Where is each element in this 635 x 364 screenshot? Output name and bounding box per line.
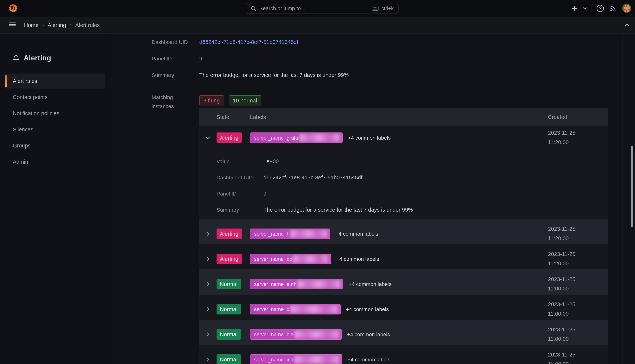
user-avatar[interactable]: [622, 4, 631, 13]
sidebar-item-groups[interactable]: Groups: [5, 138, 105, 153]
breadcrumb-item[interactable]: Home: [24, 22, 38, 28]
chevron-right-icon: [206, 257, 210, 261]
common-labels-text: +4 common labels: [348, 135, 391, 141]
add-new-caret-icon[interactable]: [580, 2, 589, 15]
chevron-right-icon: [206, 332, 210, 336]
detail-value: The error budget for a service for the l…: [264, 206, 413, 212]
redacted-label-value: [291, 230, 327, 238]
sidebar-item-notification-policies[interactable]: Notification policies: [5, 106, 105, 121]
label-pill-key: server_name: [254, 135, 284, 140]
row-expander-button[interactable]: [199, 357, 216, 362]
menu-toggle-icon[interactable]: [9, 22, 16, 28]
expanded-detail-row: SummaryThe error budget for a service fo…: [216, 202, 608, 218]
chevron-right-icon: [206, 307, 210, 312]
detail-field-row: SummaryThe error budget for a service fo…: [152, 67, 490, 83]
state-badge: Normal: [216, 279, 241, 289]
label-pill-value-prefix: auth: [287, 281, 297, 287]
common-labels-text: +4 common labels: [336, 256, 379, 262]
breadcrumb-item[interactable]: Alerting: [48, 22, 66, 28]
help-icon[interactable]: [594, 2, 606, 15]
redacted-label-value: [299, 134, 339, 142]
table-row[interactable]: Alerting server_name oc +4 common labels…: [199, 244, 608, 270]
detail-label: Value: [216, 158, 264, 164]
label-pill: server_name ind: [250, 354, 342, 364]
chevron-right-icon: [206, 357, 210, 362]
table-row[interactable]: Normal server_name hle +4 common labels …: [199, 320, 608, 345]
matching-instances-label: Matching instances: [152, 93, 183, 111]
expanded-detail-row: Dashboard UIDd66242cf-71e8-417c-8ef7-51b…: [216, 169, 608, 186]
table-row[interactable]: Normal server_name ind +4 common labels …: [199, 345, 608, 364]
topbar-divider: [591, 4, 592, 12]
redacted-label-value: [298, 280, 340, 288]
created-time: 11:00:00: [548, 334, 608, 344]
chevron-up-icon[interactable]: [622, 20, 632, 30]
vertical-scrollbar[interactable]: [631, 146, 633, 228]
detail-value: 1e+00: [264, 158, 279, 164]
add-new-button[interactable]: [568, 2, 580, 15]
grafana-logo-icon[interactable]: [8, 4, 18, 13]
label-pill: server_name auth: [250, 279, 344, 289]
sidebar-item-admin[interactable]: Admin: [5, 154, 105, 169]
chevron-right-icon: [206, 282, 210, 286]
breadcrumb-separator: ›: [42, 22, 44, 28]
label-pill-key: server_name: [254, 231, 284, 236]
table-row[interactable]: Normal server_name d +4 common labels 20…: [199, 294, 608, 320]
news-rss-icon[interactable]: [606, 2, 619, 15]
search-icon: [251, 6, 256, 11]
table-row[interactable]: Alerting server_name grafa +4 common lab…: [199, 126, 608, 219]
sidebar-item-alert-rules[interactable]: Alert rules: [5, 74, 105, 88]
label-pill: server_name hle: [250, 329, 342, 340]
detail-field-row: Panel ID9: [152, 50, 490, 67]
rule-details: Dashboard UIDd66242cf-71e8-417c-8ef7-51b…: [152, 34, 490, 83]
created-date: 2023-11-25: [548, 300, 608, 309]
label-pill-value-prefix: grafa: [287, 135, 298, 140]
sidebar-menu: Alert rulesContact pointsNotification po…: [0, 74, 110, 169]
table-header: State Labels Created: [199, 108, 608, 126]
column-header-labels: Labels: [250, 114, 548, 120]
label-pill-value-prefix: hle: [287, 332, 294, 337]
field-value-link[interactable]: d66242cf-71e8-417c-8ef7-51b0741545df: [199, 39, 298, 45]
redacted-label-value: [294, 330, 338, 338]
expanded-detail-row: Value1e+00: [216, 153, 608, 169]
created-date: 2023-11-25: [548, 250, 608, 259]
matching-instances-table: State Labels Created Alerting server_nam…: [199, 108, 608, 364]
detail-value-link[interactable]: 9: [264, 190, 266, 196]
row-expander-button[interactable]: [199, 232, 216, 236]
normal-count-badge: 10 normal: [229, 95, 261, 106]
created-time: 11:20:00: [548, 234, 608, 243]
row-expander-button[interactable]: [199, 307, 216, 312]
redacted-label-value: [293, 255, 328, 263]
top-nav-bar: ctrl+k: [0, 0, 635, 16]
created-cell: 2023-11-25 11:20:00: [548, 224, 608, 243]
detail-label: Summary: [216, 206, 264, 212]
created-date: 2023-11-25: [548, 128, 608, 138]
detail-label: Panel ID: [216, 190, 264, 196]
sidebar-item-contact-points[interactable]: Contact points: [5, 90, 105, 105]
created-time: 11:00:00: [548, 284, 608, 294]
common-labels-text: +4 common labels: [349, 281, 392, 287]
row-expander-button[interactable]: [199, 332, 216, 336]
label-pill-key: server_name: [254, 332, 284, 337]
bell-icon: [13, 54, 20, 62]
search-bar[interactable]: ctrl+k: [246, 3, 398, 14]
row-expander-button[interactable]: [199, 282, 216, 286]
label-pill: server_name grafa: [250, 132, 343, 143]
detail-value-link[interactable]: d66242cf-71e8-417c-8ef7-51b0741545df: [264, 174, 362, 180]
table-row[interactable]: Normal server_name auth +4 common labels…: [199, 270, 608, 294]
row-expander-button[interactable]: [199, 136, 216, 139]
sidebar-item-silences[interactable]: Silences: [5, 122, 105, 137]
redacted-label-value: [294, 356, 339, 363]
field-value-link[interactable]: 9: [199, 56, 202, 62]
label-pill: server_name d: [250, 304, 341, 314]
created-time: 11:20:00: [548, 138, 608, 147]
matching-instances-badges: 3 firing 10 normal: [199, 95, 261, 106]
label-pill: server_name h: [250, 228, 330, 239]
firing-count-badge: 3 firing: [199, 95, 224, 106]
label-pill-key: server_name: [254, 281, 284, 287]
pane-splitter[interactable]: [136, 34, 137, 364]
table-row[interactable]: Alerting server_name h +4 common labels …: [199, 219, 608, 244]
search-input[interactable]: [259, 5, 372, 11]
label-pill-value-prefix: ind: [287, 357, 294, 362]
row-expander-button[interactable]: [199, 257, 216, 261]
label-pill-value-prefix: h: [287, 231, 290, 236]
